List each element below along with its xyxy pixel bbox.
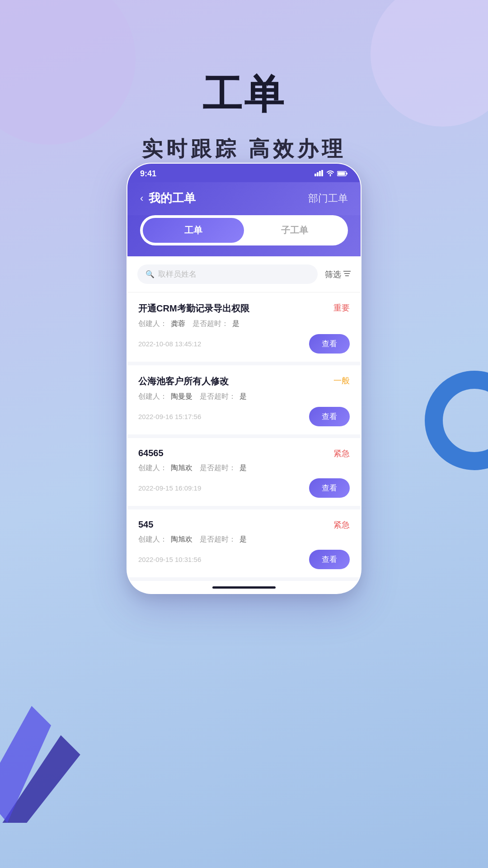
order-header-1: 公海池客户所有人修改 一般 — [138, 375, 350, 387]
order-time-3: 2022-09-15 10:31:56 — [138, 556, 201, 563]
tab-order[interactable]: 工单 — [143, 218, 244, 243]
svg-rect-1 — [317, 172, 319, 176]
main-title: 工单 — [0, 68, 488, 122]
order-header-3: 545 紧急 — [138, 519, 350, 530]
status-bar: 9:41 — [127, 164, 361, 182]
order-time-2: 2022-09-15 16:09:19 — [138, 484, 201, 492]
status-icons — [314, 170, 348, 178]
order-item: 545 紧急 创建人： 陶旭欢 是否超时： 是 2022-09-15 10:31… — [127, 509, 361, 581]
timeout-label-3: 是否超时： — [200, 535, 236, 544]
header-area: 工单 实时跟踪 高效办理 — [0, 0, 488, 163]
bg-circle-right — [425, 371, 488, 470]
header-left: ‹ 我的工单 — [140, 190, 196, 206]
svg-rect-2 — [319, 171, 321, 176]
view-button-3[interactable]: 查看 — [309, 550, 350, 569]
phone-mockup: 9:41 — [127, 163, 361, 594]
tab-container: 工单 子工单 — [140, 215, 348, 245]
creator-label-2: 创建人： — [138, 463, 167, 473]
creator-label-1: 创建人： — [138, 392, 167, 401]
creator-label-0: 创建人： — [138, 319, 167, 329]
timeout-label-2: 是否超时： — [200, 463, 236, 473]
order-title-0: 开通CRM考勤记录导出权限 — [138, 302, 333, 315]
timeout-label-1: 是否超时： — [200, 392, 236, 401]
order-meta-1: 创建人： 陶曼曼 是否超时： 是 — [138, 392, 350, 401]
order-time-0: 2022-10-08 13:45:12 — [138, 340, 201, 348]
wifi-icon — [326, 170, 334, 178]
tab-sub-order[interactable]: 子工单 — [244, 218, 345, 243]
app-title: 我的工单 — [149, 190, 196, 206]
timeout-value-2: 是 — [239, 463, 247, 473]
filter-label: 筛选 — [325, 269, 341, 280]
search-placeholder-text: 取样员姓名 — [158, 269, 197, 279]
order-header-0: 开通CRM考勤记录导出权限 重要 — [138, 302, 350, 315]
order-priority-0: 重要 — [333, 302, 350, 313]
phone-container: 9:41 — [127, 163, 361, 594]
view-button-2[interactable]: 查看 — [309, 478, 350, 498]
home-indicator — [127, 581, 361, 593]
svg-rect-6 — [338, 172, 345, 175]
order-priority-3: 紧急 — [333, 519, 350, 530]
status-time: 9:41 — [140, 169, 156, 179]
back-button[interactable]: ‹ — [140, 193, 143, 204]
timeout-value-1: 是 — [239, 392, 247, 401]
signal-icon — [314, 170, 324, 178]
filter-icon — [343, 270, 351, 278]
sub-title: 实时跟踪 高效办理 — [0, 135, 488, 163]
order-title-2: 64565 — [138, 448, 333, 458]
creator-value-2: 陶旭欢 — [171, 463, 192, 473]
bg-shape-bottom-left — [0, 696, 81, 823]
order-item: 公海池客户所有人修改 一般 创建人： 陶曼曼 是否超时： 是 2022-09-1… — [127, 365, 361, 438]
timeout-value-0: 是 — [232, 319, 239, 329]
order-footer-3: 2022-09-15 10:31:56 查看 — [138, 550, 350, 569]
creator-label-3: 创建人： — [138, 535, 167, 544]
search-bar: 🔍 取样员姓名 筛选 — [127, 256, 361, 292]
order-meta-2: 创建人： 陶旭欢 是否超时： 是 — [138, 463, 350, 473]
order-item: 64565 紧急 创建人： 陶旭欢 是否超时： 是 2022-09-15 16:… — [127, 438, 361, 509]
order-priority-2: 紧急 — [333, 448, 350, 459]
timeout-label-0: 是否超时： — [192, 319, 229, 329]
svg-rect-0 — [314, 174, 316, 176]
filter-button[interactable]: 筛选 — [325, 269, 351, 280]
view-button-0[interactable]: 查看 — [309, 334, 350, 354]
order-title-3: 545 — [138, 519, 333, 530]
dept-link[interactable]: 部门工单 — [308, 192, 348, 205]
search-icon: 🔍 — [145, 270, 155, 278]
search-input-wrap[interactable]: 🔍 取样员姓名 — [137, 264, 318, 284]
order-list: 开通CRM考勤记录导出权限 重要 创建人： 龚蓉 是否超时： 是 2022-10… — [127, 292, 361, 581]
tab-bar: 工单 子工单 — [127, 215, 361, 256]
creator-value-0: 龚蓉 — [171, 319, 185, 329]
order-header-2: 64565 紧急 — [138, 448, 350, 459]
order-title-1: 公海池客户所有人修改 — [138, 375, 333, 387]
order-item: 开通CRM考勤记录导出权限 重要 创建人： 龚蓉 是否超时： 是 2022-10… — [127, 292, 361, 365]
battery-icon — [337, 170, 348, 178]
order-footer-1: 2022-09-16 15:17:56 查看 — [138, 407, 350, 426]
app-header: ‹ 我的工单 部门工单 — [127, 182, 361, 215]
content-area: 🔍 取样员姓名 筛选 开通CR — [127, 256, 361, 581]
order-meta-3: 创建人： 陶旭欢 是否超时： 是 — [138, 535, 350, 544]
timeout-value-3: 是 — [239, 535, 247, 544]
order-time-1: 2022-09-16 15:17:56 — [138, 413, 201, 420]
svg-rect-3 — [321, 170, 323, 176]
view-button-1[interactable]: 查看 — [309, 407, 350, 426]
home-bar — [212, 586, 276, 589]
creator-value-1: 陶曼曼 — [171, 392, 192, 401]
svg-rect-5 — [347, 173, 348, 175]
order-footer-2: 2022-09-15 16:09:19 查看 — [138, 478, 350, 498]
order-footer-0: 2022-10-08 13:45:12 查看 — [138, 334, 350, 354]
order-meta-0: 创建人： 龚蓉 是否超时： 是 — [138, 319, 350, 329]
creator-value-3: 陶旭欢 — [171, 535, 192, 544]
order-priority-1: 一般 — [333, 375, 350, 386]
